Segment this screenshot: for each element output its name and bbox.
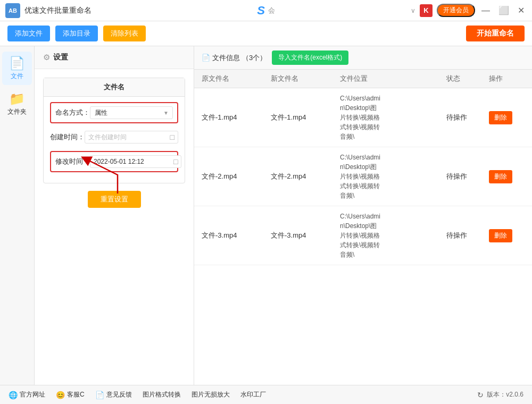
col-original: 原文件名 — [202, 74, 271, 83]
naming-method-row: 命名方式： 属性 序号 日期 自定义 ▼ — [50, 102, 178, 123]
footer-link-watermark[interactable]: 水印工厂 — [240, 390, 266, 399]
settings-panel: ⚙ 设置 文件名 命名方式： 属性 序号 日期 自定义 — [35, 46, 194, 385]
folder-icon: 📁 — [9, 91, 25, 106]
gear-icon: ⚙ — [43, 53, 50, 62]
file-count: （3个） — [242, 53, 267, 63]
sidebar-item-file[interactable]: 📄 文件 — [2, 52, 32, 85]
col-status: 状态 — [446, 74, 489, 83]
table-row: 文件-1.mp4 文件-1.mp4 C:\Users\admin\Desktop… — [194, 88, 532, 147]
sidebar-item-folder[interactable]: 📁 文件夹 — [2, 87, 32, 121]
filename-section-header: 文件名 — [44, 78, 185, 97]
file-table-header: 原文件名 新文件名 文件位置 状态 操作 — [194, 70, 532, 88]
arrow-container: 重置设置 — [43, 191, 185, 208]
vip-badge-button[interactable]: 开通会员 — [437, 4, 475, 17]
add-dir-button[interactable]: 添加目录 — [55, 26, 98, 41]
close-button[interactable]: ✕ — [516, 5, 527, 15]
footer-version: ↻ 版本：v2.0.6 — [477, 390, 523, 399]
file-list-panel: 📄 文件信息 （3个） 导入文件名(excel格式) 原文件名 新文件名 文件位… — [194, 46, 532, 385]
settings-header: ⚙ 设置 — [35, 46, 194, 69]
new-name-1: 文件-1.mp4 — [271, 113, 340, 122]
file-list-icon: 📄 — [202, 54, 210, 62]
speed-icon: S — [257, 4, 265, 18]
img-convert-label: 图片格式转换 — [143, 390, 181, 399]
col-path: 文件位置 — [340, 74, 446, 83]
new-name-3: 文件-3.mp4 — [271, 231, 340, 240]
delete-button-1[interactable]: 删除 — [489, 111, 512, 124]
status-2: 待操作 — [446, 172, 489, 181]
start-rename-button[interactable]: 开始重命名 — [466, 26, 525, 41]
original-name-2: 文件-2.mp4 — [202, 172, 271, 181]
feedback-label: 意见反馈 — [106, 390, 132, 399]
calendar-icon-create[interactable]: □ — [170, 133, 174, 141]
support-icon: 😊 — [56, 391, 65, 399]
status-1: 待操作 — [446, 113, 489, 122]
sidebar: 📄 文件 📁 文件夹 — [0, 46, 35, 385]
action-3: 删除 — [489, 229, 531, 242]
add-file-button[interactable]: 添加文件 — [7, 26, 50, 41]
delete-button-3[interactable]: 删除 — [489, 229, 512, 242]
naming-select-wrapper: 属性 序号 日期 自定义 ▼ — [90, 106, 173, 119]
file-path-2: C:\Users\admin\Desktop\图片转换\视频格式转换\视频转音频… — [340, 153, 446, 200]
sidebar-item-file-label: 文件 — [11, 72, 23, 81]
title-bar: AB 优速文件批量重命名 S 会 ∨ K 开通会员 — ⬜ ✕ — [0, 0, 532, 21]
table-row: 文件-3.mp4 文件-3.mp4 C:\Users\admin\Desktop… — [194, 206, 532, 265]
create-time-label: 创建时间： — [50, 132, 85, 142]
vip-text: 会 — [268, 6, 275, 15]
footer: 🌐 官方网址 😊 客服C 📄 意见反馈 图片格式转换 图片无损放大 水印工厂 ↻… — [0, 385, 532, 404]
status-3: 待操作 — [446, 231, 489, 240]
footer-link-img-convert[interactable]: 图片格式转换 — [143, 390, 181, 399]
clear-list-button[interactable]: 清除列表 — [103, 26, 146, 41]
app-logo: AB — [5, 3, 20, 18]
version-text: 版本：v2.0.6 — [487, 390, 523, 399]
settings-header-text: 设置 — [53, 53, 68, 62]
toolbar: 添加文件 添加目录 清除列表 开始重命名 — [0, 21, 532, 46]
naming-label: 命名方式： — [55, 108, 90, 117]
footer-link-feedback[interactable]: 📄 意见反馈 — [95, 390, 132, 399]
red-arrow-annotation — [75, 154, 139, 196]
website-icon: 🌐 — [9, 391, 18, 399]
file-path-1: C:\Users\admin\Desktop\图片转换\视频格式转换\视频转音频… — [340, 94, 446, 141]
dropdown-arrow-icon[interactable]: ∨ — [411, 7, 415, 14]
action-1: 删除 — [489, 111, 531, 124]
file-list-header-row: 📄 文件信息 （3个） 导入文件名(excel格式) — [194, 46, 532, 70]
original-name-3: 文件-3.mp4 — [202, 231, 271, 240]
settings-body: 文件名 命名方式： 属性 序号 日期 自定义 ▼ — [35, 69, 194, 216]
file-path-3: C:\Users\admin\Desktop\图片转换\视频格式转换\视频转音频… — [340, 212, 446, 259]
file-icon: 📄 — [9, 56, 25, 71]
calendar-icon-modify[interactable]: □ — [173, 157, 178, 166]
refresh-icon: ↻ — [477, 391, 484, 399]
img-enlarge-label: 图片无损放大 — [192, 390, 230, 399]
new-name-2: 文件-2.mp4 — [271, 172, 340, 181]
delete-button-2[interactable]: 删除 — [489, 170, 512, 183]
create-time-input[interactable] — [88, 133, 170, 141]
col-action: 操作 — [489, 74, 531, 83]
maximize-button[interactable]: ⬜ — [496, 5, 511, 15]
title-bar-controls: ∨ K 开通会员 — ⬜ ✕ — [411, 4, 527, 17]
k-icon[interactable]: K — [420, 4, 433, 17]
file-table-body: 文件-1.mp4 文件-1.mp4 C:\Users\admin\Desktop… — [194, 88, 532, 385]
file-info-text: 文件信息 — [212, 53, 240, 63]
app-title: 优速文件批量重命名 — [24, 6, 411, 15]
footer-link-website[interactable]: 🌐 官方网址 — [9, 390, 45, 399]
original-name-1: 文件-1.mp4 — [202, 113, 271, 122]
create-time-row: 创建时间： □ — [50, 129, 178, 146]
action-2: 删除 — [489, 170, 531, 183]
col-new-name: 新文件名 — [271, 74, 340, 83]
footer-link-support[interactable]: 😊 客服C — [56, 390, 85, 399]
file-info-label: 📄 文件信息 （3个） — [202, 53, 267, 63]
import-excel-button[interactable]: 导入文件名(excel格式) — [272, 50, 348, 65]
create-time-input-wrapper: □ — [85, 131, 178, 144]
table-row: 文件-2.mp4 文件-2.mp4 C:\Users\admin\Desktop… — [194, 147, 532, 206]
feedback-icon: 📄 — [95, 391, 104, 399]
footer-link-img-enlarge[interactable]: 图片无损放大 — [192, 390, 230, 399]
main-content: 📄 文件 📁 文件夹 ⚙ 设置 文件名 命名方式： — [0, 46, 532, 385]
sidebar-item-folder-label: 文件夹 — [7, 107, 27, 116]
naming-select[interactable]: 属性 序号 日期 自定义 — [90, 106, 173, 119]
watermark-label: 水印工厂 — [240, 390, 266, 399]
support-label: 客服C — [67, 390, 85, 399]
website-label: 官方网址 — [20, 390, 45, 399]
minimize-button[interactable]: — — [479, 6, 492, 15]
title-bar-center: S 会 — [257, 4, 275, 18]
